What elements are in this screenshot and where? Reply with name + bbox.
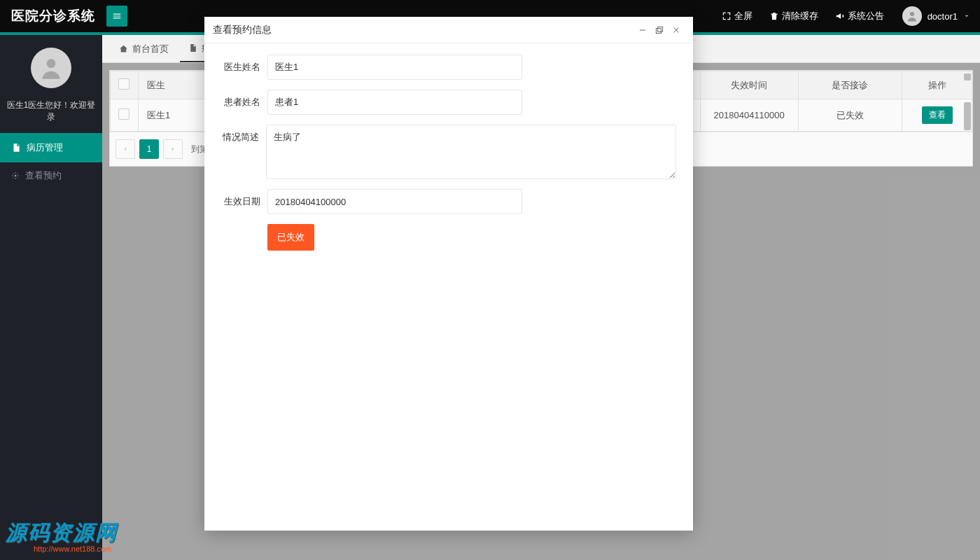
- maximize-icon: [654, 25, 664, 35]
- input-patient-name[interactable]: [267, 90, 522, 115]
- textarea-description[interactable]: [266, 125, 676, 179]
- modal-title: 查看预约信息: [213, 24, 272, 36]
- label-patient-name: 患者姓名: [221, 90, 260, 108]
- status-expired-button[interactable]: 已失效: [267, 224, 314, 251]
- appointment-modal: 查看预约信息 医生姓名 患者姓名 情况简述 生效日期 已失效: [204, 17, 693, 531]
- modal-maximize-button[interactable]: [651, 22, 668, 38]
- close-icon: [671, 25, 681, 35]
- label-description: 情况简述: [221, 125, 259, 144]
- minimize-icon: [638, 25, 648, 35]
- watermark: 源码资源网 http://www.net188.com: [6, 519, 118, 553]
- svg-rect-5: [656, 28, 661, 33]
- label-effective-date: 生效日期: [221, 189, 260, 208]
- watermark-title: 源码资源网: [6, 519, 118, 547]
- label-doctor-name: 医生姓名: [221, 55, 260, 74]
- input-effective-date[interactable]: [267, 189, 522, 214]
- modal-body: 医生姓名 患者姓名 情况简述 生效日期 已失效: [204, 43, 693, 531]
- modal-header: 查看预约信息: [204, 17, 693, 43]
- svg-rect-4: [658, 27, 663, 31]
- modal-minimize-button[interactable]: [634, 22, 651, 38]
- input-doctor-name[interactable]: [267, 55, 522, 80]
- modal-close-button[interactable]: [668, 22, 685, 38]
